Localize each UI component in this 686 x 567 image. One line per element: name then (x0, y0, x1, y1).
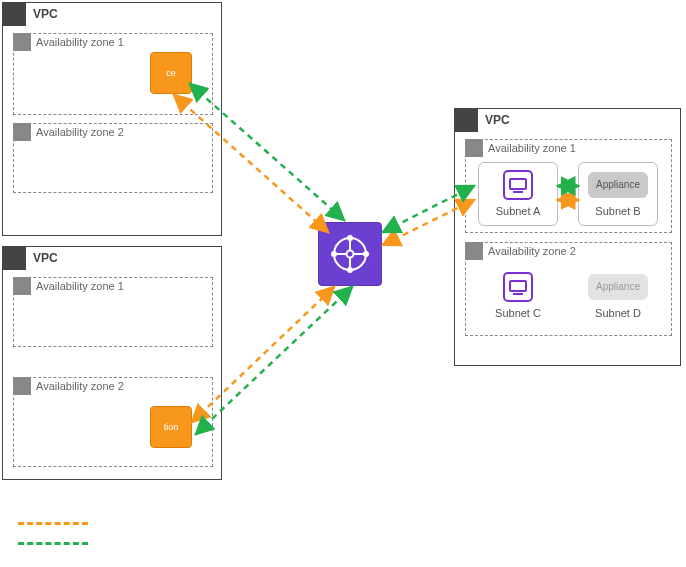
svg-rect-4 (510, 281, 526, 291)
vpc-a-az2-label: Availability zone 2 (36, 126, 124, 138)
tgw-attachment-icon (478, 269, 558, 305)
subnet-c-caption: Subnet C (478, 307, 558, 319)
source-instance: ce (150, 52, 192, 94)
vpc-a: VPC Availability zone 1 ce Availability … (2, 2, 222, 236)
vpc-c-az1-label: Availability zone 1 (488, 142, 576, 154)
vpc-c-az2: Availability zone 2 Subnet C Appliance S… (465, 242, 672, 336)
svg-point-10 (331, 251, 337, 257)
vpc-a-az2: Availability zone 2 (13, 123, 213, 193)
legend-orange (18, 522, 88, 525)
vpc-b-az1: Availability zone 1 (13, 277, 213, 347)
svg-rect-3 (504, 273, 532, 301)
destination-instance-label: tion (164, 422, 179, 432)
subnet-a-caption: Subnet A (479, 205, 557, 217)
vpc-b-az1-label: Availability zone 1 (36, 280, 124, 292)
svg-point-7 (347, 251, 354, 258)
az-icon (465, 242, 483, 260)
appliance-b: Appliance (588, 172, 648, 198)
vpc-b-icon (2, 246, 26, 270)
subnet-c: Subnet C (478, 265, 558, 329)
vpc-b-az2: Availability zone 2 tion (13, 377, 213, 467)
subnet-b-caption: Subnet B (579, 205, 657, 217)
vpc-a-az1-label: Availability zone 1 (36, 36, 124, 48)
vpc-a-icon (2, 2, 26, 26)
destination-instance: tion (150, 406, 192, 448)
vpc-c-az1: Availability zone 1 Subnet A Appliance S… (465, 139, 672, 233)
subnet-d: Appliance Subnet D (578, 265, 658, 329)
vpc-a-label: VPC (33, 7, 58, 21)
legend-green (18, 542, 88, 545)
svg-point-11 (363, 251, 369, 257)
source-instance-label: ce (166, 68, 176, 78)
subnet-a: Subnet A (478, 162, 558, 226)
az-icon (13, 33, 31, 51)
subnet-b: Appliance Subnet B (578, 162, 658, 226)
svg-point-9 (347, 267, 353, 273)
az-icon (13, 123, 31, 141)
az-icon (13, 377, 31, 395)
vpc-a-az1: Availability zone 1 ce (13, 33, 213, 115)
az-icon (13, 277, 31, 295)
vpc-b: VPC Availability zone 1 Availability zon… (2, 246, 222, 480)
vpc-c-label: VPC (485, 113, 510, 127)
tgw-attachment-icon (479, 167, 557, 203)
appliance-d: Appliance (588, 274, 648, 300)
svg-rect-0 (504, 171, 532, 199)
vpc-c-az2-label: Availability zone 2 (488, 245, 576, 257)
svg-point-8 (347, 235, 353, 241)
az-icon (465, 139, 483, 157)
svg-rect-1 (510, 179, 526, 189)
vpc-c-icon (454, 108, 478, 132)
subnet-d-caption: Subnet D (578, 307, 658, 319)
transit-gateway-icon (318, 222, 382, 286)
vpc-b-az2-label: Availability zone 2 (36, 380, 124, 392)
vpc-c: VPC Availability zone 1 Subnet A Applian… (454, 108, 681, 366)
vpc-b-label: VPC (33, 251, 58, 265)
